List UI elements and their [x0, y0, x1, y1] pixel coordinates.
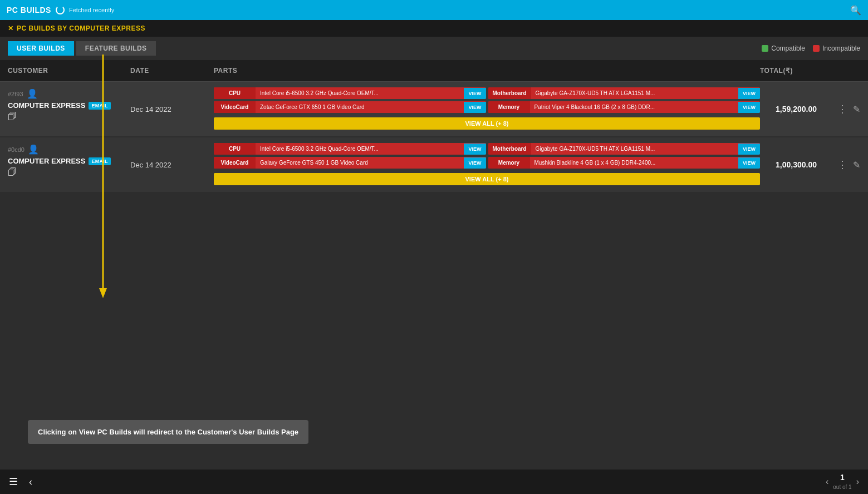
total-cell: 1,59,200.00 ⋮ ✎	[768, 82, 868, 136]
customer-cell: #2f93 👤 COMPUTER EXPRESS EMAIL 🗍	[0, 82, 122, 136]
fetched-label: Fetched recently	[69, 7, 114, 13]
pc-builds-title: PC BUILDS	[7, 6, 51, 14]
customer-name: COMPUTER EXPRESS	[8, 157, 85, 165]
total-amount: 1,59,200.00	[776, 105, 817, 113]
part-name: Gigabyte GA-Z170X-UD5 TH ATX LGA1151 M..…	[531, 87, 738, 99]
top-bar-left: PC BUILDS Fetched recently	[7, 6, 114, 14]
table-row: #2f93 👤 COMPUTER EXPRESS EMAIL 🗍 Dec 14 …	[0, 82, 868, 137]
part-item: CPU Intel Core i5-6500 3.2 GHz Quad-Core…	[214, 143, 486, 155]
header-parts: PARTS	[214, 67, 760, 75]
part-name: Mushkin Blackline 4 GB (1 x 4 GB) DDR4-2…	[530, 157, 738, 169]
part-name: Intel Core i5-6500 3.2 GHz Quad-Core OEM…	[256, 143, 464, 155]
table-row: #0cd0 👤 COMPUTER EXPRESS EMAIL 🗍 Dec 14 …	[0, 137, 868, 193]
customer-name: COMPUTER EXPRESS	[8, 101, 85, 110]
part-type: VideoCard	[214, 157, 256, 169]
compatible-label: Compatible	[771, 45, 805, 52]
part-item: Motherboard Gigabyte GA-Z170X-UD5 TH ATX…	[488, 143, 761, 155]
more-icon[interactable]: ⋮	[837, 103, 847, 115]
header-total: TOTAL(₹)	[760, 67, 860, 75]
legend-incompatible: Incompatible	[813, 45, 860, 52]
part-name: Gigabyte GA-Z170X-UD5 TH ATX LGA1151 M..…	[531, 143, 738, 155]
breadcrumb-text: PC BUILDS BY COMPUTER EXPRESS	[17, 24, 145, 32]
tab-feature-builds[interactable]: FEATURE BUILDS	[76, 41, 156, 56]
total-cell: 1,00,300.00 ⋮ ✎	[768, 137, 868, 192]
table-body: #2f93 👤 COMPUTER EXPRESS EMAIL 🗍 Dec 14 …	[0, 82, 868, 193]
email-badge[interactable]: EMAIL	[89, 102, 111, 110]
search-icon[interactable]: 🔍	[850, 5, 861, 16]
view-part-button[interactable]: VIEW	[464, 88, 486, 99]
breadcrumb-x[interactable]: ✕	[8, 24, 13, 32]
part-item: VideoCard Zotac GeForce GTX 650 1 GB Vid…	[214, 101, 486, 113]
view-part-button[interactable]: VIEW	[738, 102, 760, 113]
part-name: Intel Core i5-6500 3.2 GHz Quad-Core OEM…	[256, 87, 464, 99]
part-item: Memory Mushkin Blackline 4 GB (1 x 4 GB)…	[488, 157, 761, 169]
customer-name-row: COMPUTER EXPRESS EMAIL	[8, 157, 115, 165]
part-name: Galaxy GeForce GTS 450 1 GB Video Card	[256, 157, 464, 169]
header-customer: CUSTOMER	[8, 67, 130, 75]
view-all-button[interactable]: VIEW ALL (+ 8)	[214, 117, 760, 130]
table-header: CUSTOMER DATE PARTS TOTAL(₹)	[0, 60, 868, 82]
user-icon: 👤	[28, 144, 39, 155]
part-item: Motherboard Gigabyte GA-Z170X-UD5 TH ATX…	[488, 87, 761, 99]
customer-id: #0cd0	[8, 146, 24, 153]
part-type: CPU	[214, 143, 256, 155]
more-icon[interactable]: ⋮	[837, 159, 847, 171]
part-type: VideoCard	[214, 101, 256, 113]
parts-grid: CPU Intel Core i5-6500 3.2 GHz Quad-Core…	[214, 87, 760, 113]
date-cell: Dec 14 2022	[122, 137, 206, 192]
edit-icon[interactable]: ✎	[853, 104, 860, 115]
customer-id: #2f93	[8, 91, 23, 97]
part-type: Memory	[488, 101, 530, 113]
part-name: Patriot Viper 4 Blackout 16 GB (2 x 8 GB…	[530, 101, 738, 113]
compatible-dot	[762, 45, 768, 52]
part-item: CPU Intel Core i5-6500 3.2 GHz Quad-Core…	[214, 87, 486, 99]
email-badge[interactable]: EMAIL	[89, 157, 111, 165]
parts-cell: CPU Intel Core i5-6500 3.2 GHz Quad-Core…	[206, 82, 768, 136]
view-part-button[interactable]: VIEW	[464, 157, 486, 169]
tab-user-builds[interactable]: USER BUILDS	[8, 41, 74, 56]
view-part-button[interactable]: VIEW	[464, 144, 486, 155]
breadcrumb-bar: ✕ PC BUILDS BY COMPUTER EXPRESS	[0, 20, 868, 37]
part-item: Memory Patriot Viper 4 Blackout 16 GB (2…	[488, 101, 761, 113]
customer-cell: #0cd0 👤 COMPUTER EXPRESS EMAIL 🗍	[0, 137, 122, 192]
build-date: Dec 14 2022	[130, 161, 171, 169]
legend: Compatible Incompatible	[762, 45, 860, 52]
parts-cell: CPU Intel Core i5-6500 3.2 GHz Quad-Core…	[206, 137, 768, 192]
total-actions: ⋮ ✎	[837, 159, 860, 171]
view-all-button[interactable]: VIEW ALL (+ 8)	[214, 173, 760, 185]
part-type: CPU	[214, 87, 256, 99]
customer-name-row: COMPUTER EXPRESS EMAIL	[8, 101, 115, 110]
header-date: DATE	[130, 67, 214, 75]
total-amount: 1,00,300.00	[776, 160, 817, 169]
copy-icon[interactable]: 🗍	[8, 167, 115, 177]
parts-grid: CPU Intel Core i5-6500 3.2 GHz Quad-Core…	[214, 143, 760, 169]
copy-icon[interactable]: 🗍	[8, 112, 115, 122]
view-part-button[interactable]: VIEW	[738, 88, 760, 99]
part-type: Motherboard	[488, 143, 531, 155]
date-cell: Dec 14 2022	[122, 82, 206, 136]
user-icon: 👤	[27, 88, 38, 99]
legend-compatible: Compatible	[762, 45, 805, 52]
build-date: Dec 14 2022	[130, 105, 171, 113]
part-name: Zotac GeForce GTX 650 1 GB Video Card	[256, 101, 464, 113]
part-type: Motherboard	[488, 87, 531, 99]
top-bar: PC BUILDS Fetched recently 🔍	[0, 0, 868, 20]
part-item: VideoCard Galaxy GeForce GTS 450 1 GB Vi…	[214, 157, 486, 169]
incompatible-dot	[813, 45, 820, 52]
edit-icon[interactable]: ✎	[853, 160, 860, 170]
total-actions: ⋮ ✎	[837, 103, 860, 115]
view-part-button[interactable]: VIEW	[738, 144, 760, 155]
view-part-button[interactable]: VIEW	[464, 102, 486, 113]
tab-bar: USER BUILDS FEATURE BUILDS Compatible In…	[0, 37, 868, 60]
part-type: Memory	[488, 157, 530, 169]
refresh-icon[interactable]	[56, 6, 65, 14]
view-part-button[interactable]: VIEW	[738, 157, 760, 169]
tabs: USER BUILDS FEATURE BUILDS	[8, 41, 156, 56]
incompatible-label: Incompatible	[822, 45, 860, 52]
